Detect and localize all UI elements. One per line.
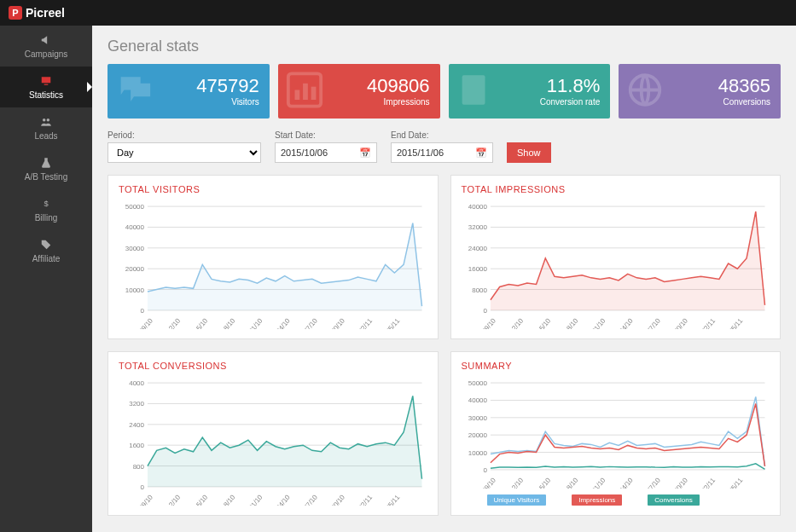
svg-text:0: 0 (483, 466, 487, 474)
svg-text:02/11: 02/11 (357, 493, 374, 506)
svg-text:02/11: 02/11 (700, 476, 717, 489)
svg-text:21/10: 21/10 (247, 316, 264, 329)
start-date-input[interactable]: 2015/10/06 📅 (275, 142, 377, 163)
svg-text:15/10: 15/10 (535, 476, 552, 489)
end-date-input[interactable]: 2015/11/06 📅 (391, 142, 493, 163)
show-button[interactable]: Show (507, 142, 551, 163)
svg-text:40000: 40000 (468, 203, 487, 211)
card-value: 409806 (367, 77, 429, 95)
brand-logo[interactable]: P Picreel (9, 6, 65, 20)
card-value: 11.8% (547, 77, 600, 95)
card-label: Impressions (384, 97, 430, 107)
sidebar-item-billing[interactable]: $ Billing (0, 189, 92, 230)
svg-text:09/10: 09/10 (137, 493, 154, 506)
card-label: Conversion rate (540, 97, 601, 107)
sidebar-item-leads[interactable]: Leads (0, 107, 92, 148)
period-select[interactable]: Day (107, 142, 261, 163)
dollar-icon: $ (40, 198, 52, 210)
chat-icon (114, 71, 154, 113)
svg-text:40000: 40000 (125, 223, 145, 231)
main-content: General stats 475792 Visitors 409806 Imp… (92, 26, 796, 532)
svg-text:27/10: 27/10 (302, 316, 319, 329)
svg-text:21/10: 21/10 (247, 493, 264, 506)
tag-icon (40, 239, 52, 251)
svg-text:0: 0 (483, 307, 487, 315)
svg-text:15/10: 15/10 (192, 493, 209, 506)
svg-text:18/10: 18/10 (562, 316, 579, 329)
svg-text:02/11: 02/11 (700, 316, 717, 329)
panel-impressions: TOTAL IMPRESSIONS 0800016000240003200040… (450, 175, 781, 339)
svg-text:12/10: 12/10 (508, 316, 525, 329)
calendar-icon: 📅 (475, 147, 487, 159)
svg-text:12/10: 12/10 (165, 493, 182, 506)
sidebar-item-label: Campaigns (25, 49, 68, 59)
logo-badge-icon: P (9, 6, 22, 20)
brand-name: Picreel (26, 6, 65, 20)
topbar: P Picreel (0, 0, 796, 26)
megaphone-icon (40, 34, 52, 46)
svg-point-1 (47, 118, 50, 121)
svg-text:24/10: 24/10 (275, 316, 292, 329)
svg-text:4000: 4000 (129, 379, 144, 387)
svg-rect-4 (294, 90, 299, 101)
end-date-value: 2015/11/06 (397, 147, 444, 158)
bar-chart-icon (285, 71, 324, 113)
svg-text:24000: 24000 (468, 245, 487, 252)
svg-text:09/10: 09/10 (480, 316, 497, 329)
sidebar-item-label: Billing (35, 213, 58, 223)
svg-text:32000: 32000 (468, 223, 487, 231)
svg-text:27/10: 27/10 (645, 316, 662, 329)
chart-summary: 0100002000030000400005000009/1012/1015/1… (462, 378, 770, 489)
svg-text:30/10: 30/10 (672, 476, 689, 489)
card-label: Visitors (231, 97, 259, 107)
svg-text:20000: 20000 (468, 431, 487, 439)
svg-text:30000: 30000 (125, 245, 145, 252)
sidebar-item-campaigns[interactable]: Campaigns (0, 26, 92, 66)
period-label: Period: (107, 130, 261, 140)
svg-rect-5 (303, 84, 308, 100)
svg-text:18/10: 18/10 (220, 493, 237, 506)
sidebar-item-label: Statistics (29, 90, 63, 100)
legend-conversions: Conversions (648, 494, 699, 506)
svg-text:05/11: 05/11 (727, 316, 744, 329)
svg-text:30/10: 30/10 (329, 493, 346, 506)
svg-text:3200: 3200 (129, 400, 144, 408)
sidebar-item-statistics[interactable]: Statistics (0, 66, 92, 107)
svg-text:24/10: 24/10 (617, 476, 634, 489)
card-label: Conversions (723, 97, 770, 107)
document-icon (456, 71, 495, 113)
sidebar-item-affiliate[interactable]: Affiliate (0, 230, 92, 271)
card-visitors[interactable]: 475792 Visitors (107, 64, 270, 119)
svg-text:05/11: 05/11 (385, 493, 402, 506)
svg-rect-6 (311, 87, 316, 100)
sidebar-item-label: Affiliate (32, 254, 61, 263)
card-conversions[interactable]: 48365 Conversions (619, 64, 781, 119)
charts-grid: TOTAL VISITORS 0100002000030000400005000… (107, 175, 781, 516)
panel-title: TOTAL VISITORS (119, 184, 427, 194)
svg-text:800: 800 (133, 463, 145, 471)
svg-text:09/10: 09/10 (137, 316, 154, 329)
stat-cards: 475792 Visitors 409806 Impressions 11.8%… (107, 64, 781, 119)
calendar-icon: 📅 (359, 147, 371, 159)
chart-conversions: 0800160024003200400009/1012/1015/1018/10… (119, 378, 427, 506)
svg-text:$: $ (44, 199, 49, 207)
svg-text:27/10: 27/10 (302, 493, 319, 506)
panel-title: TOTAL CONVERSIONS (119, 361, 427, 371)
legend-visitors: Unique Visitors (487, 494, 547, 506)
svg-text:0: 0 (141, 307, 145, 315)
card-value: 48365 (718, 77, 770, 95)
sidebar-item-abtesting[interactable]: A/B Testing (0, 148, 92, 189)
card-conversion-rate[interactable]: 11.8% Conversion rate (449, 64, 611, 119)
svg-text:18/10: 18/10 (220, 316, 237, 329)
card-impressions[interactable]: 409806 Impressions (278, 64, 440, 119)
svg-text:16000: 16000 (468, 265, 487, 273)
start-date-label: Start Date: (275, 130, 377, 140)
chart-impressions: 080001600024000320004000009/1012/1015/10… (462, 201, 770, 329)
panel-visitors: TOTAL VISITORS 0100002000030000400005000… (107, 175, 439, 339)
svg-text:24/10: 24/10 (617, 316, 634, 329)
svg-text:50000: 50000 (125, 203, 145, 211)
monitor-icon (40, 75, 52, 87)
svg-text:30000: 30000 (468, 414, 487, 422)
summary-legend: Unique Visitors Impressions Conversions (487, 494, 770, 506)
start-date-value: 2015/10/06 (281, 147, 328, 158)
